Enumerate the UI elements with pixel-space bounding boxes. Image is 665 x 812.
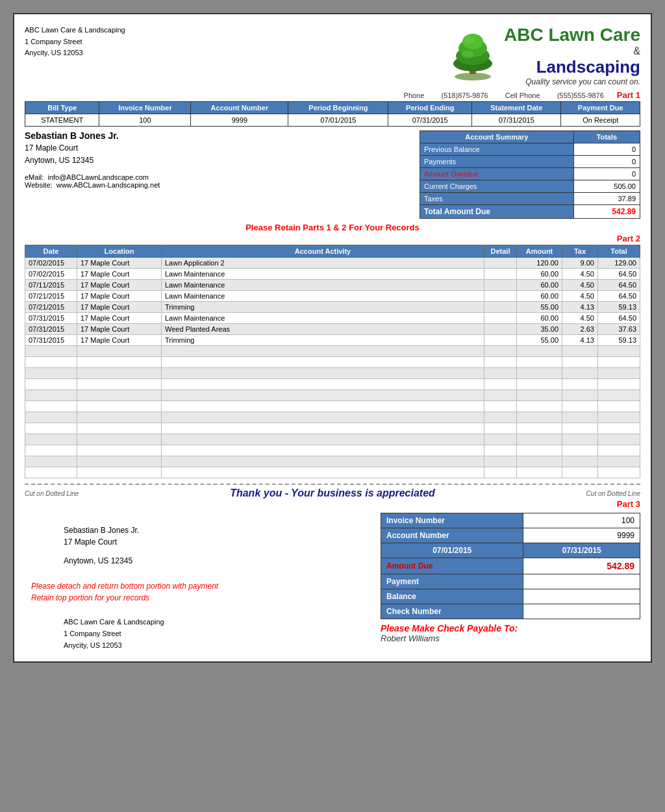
part3-address2: Anytown, US 12345 bbox=[64, 555, 368, 567]
bill-row: STATEMENT 100 9999 07/01/2015 07/31/2015… bbox=[25, 114, 640, 127]
detach-note-line2: Retain top portion for your records bbox=[31, 592, 368, 604]
act-activity-empty bbox=[162, 412, 484, 423]
act-tax-empty bbox=[562, 456, 598, 467]
summary-charges-row: Current Charges 505.00 bbox=[420, 180, 640, 193]
summary-title: Account Summary bbox=[420, 131, 574, 143]
summary-taxes-row: Taxes 37.89 bbox=[420, 193, 640, 205]
activity-row bbox=[25, 401, 640, 412]
col-amount: Amount bbox=[517, 245, 562, 258]
act-detail-empty bbox=[484, 401, 517, 412]
act-amount: 55.00 bbox=[517, 302, 562, 313]
logo-tagline: Quality service you can count on. bbox=[504, 77, 640, 86]
activity-row: 07/21/2015 17 Maple Court Trimming 55.00… bbox=[25, 302, 640, 313]
act-tax: 4.50 bbox=[562, 280, 598, 291]
part3-left: Sebastian B Jones Jr. 17 Maple Court Any… bbox=[25, 513, 368, 651]
act-date-empty bbox=[25, 467, 77, 478]
phone-bar: Phone (518)875-9876 Cell Phone (555)555-… bbox=[25, 90, 640, 100]
act-activity-empty bbox=[162, 357, 484, 368]
cut-label-left: Cut on Dotted Line bbox=[25, 490, 79, 497]
company-address: ABC Lawn Care & Landscaping 1 Company St… bbox=[25, 25, 447, 59]
act-date-empty bbox=[25, 346, 77, 357]
act-location-empty bbox=[77, 379, 162, 390]
act-activity: Lawn Maintenance bbox=[162, 269, 484, 280]
activity-row bbox=[25, 423, 640, 434]
summary-payments-row: Payments 0 bbox=[420, 156, 640, 168]
header-section: ABC Lawn Care & Landscaping 1 Company St… bbox=[25, 25, 640, 86]
act-activity-empty bbox=[162, 445, 484, 456]
act-activity: Weed Planted Areas bbox=[162, 324, 484, 335]
activity-row: 07/21/2015 17 Maple Court Lawn Maintenan… bbox=[25, 291, 640, 302]
taxes-value: 37.89 bbox=[573, 193, 640, 205]
payable-label: Please Make Check Payable To: bbox=[381, 623, 640, 634]
act-detail-empty bbox=[484, 445, 517, 456]
phone-number: (518)875-9876 bbox=[441, 92, 488, 99]
act-location-empty bbox=[77, 467, 162, 478]
payable-name: Robert Williams bbox=[381, 634, 640, 643]
bill-table: Bill Type Invoice Number Account Number … bbox=[25, 101, 640, 127]
act-detail-empty bbox=[484, 357, 517, 368]
act-date-empty bbox=[25, 368, 77, 379]
logo-text: ABC Lawn Care & Landscaping Quality serv… bbox=[504, 25, 640, 86]
activity-row bbox=[25, 390, 640, 401]
act-location-empty bbox=[77, 346, 162, 357]
act-amount-empty bbox=[517, 379, 562, 390]
taxes-label: Taxes bbox=[420, 193, 574, 205]
act-amount-empty bbox=[517, 357, 562, 368]
summary-total-row: Total Amount Due 542.89 bbox=[420, 205, 640, 219]
activity-row: 07/02/2015 17 Maple Court Lawn Maintenan… bbox=[25, 269, 640, 280]
act-date: 07/11/2015 bbox=[25, 280, 77, 291]
activity-row bbox=[25, 412, 640, 423]
act-location-empty bbox=[77, 368, 162, 379]
activity-row: 07/11/2015 17 Maple Court Lawn Maintenan… bbox=[25, 280, 640, 291]
payments-value: 0 bbox=[573, 156, 640, 168]
part3-date-end: 07/31/2015 bbox=[523, 543, 640, 558]
act-activity-empty bbox=[162, 456, 484, 467]
act-activity: Trimming bbox=[162, 302, 484, 313]
svg-point-6 bbox=[464, 36, 475, 44]
act-tax-empty bbox=[562, 357, 598, 368]
part3-payment-row: Payment bbox=[381, 574, 640, 589]
act-total-empty bbox=[598, 368, 640, 379]
act-activity: Lawn Application 2 bbox=[162, 258, 484, 269]
act-date-empty bbox=[25, 401, 77, 412]
act-detail-empty bbox=[484, 379, 517, 390]
part3-invoice-label: Invoice Number bbox=[381, 513, 523, 528]
act-location: 17 Maple Court bbox=[77, 324, 162, 335]
act-activity: Trimming bbox=[162, 335, 484, 346]
overdue-label: Amount Overdue bbox=[420, 168, 574, 180]
act-tax-empty bbox=[562, 390, 598, 401]
col-bill-type: Bill Type bbox=[25, 102, 99, 114]
col-activity: Account Activity bbox=[162, 245, 484, 258]
part3-check-label: Check Number bbox=[381, 604, 523, 619]
col-period-beginning: Period Beginning bbox=[288, 102, 388, 114]
act-total: 129.00 bbox=[598, 258, 640, 269]
act-location: 17 Maple Court bbox=[77, 313, 162, 324]
act-location: 17 Maple Court bbox=[77, 335, 162, 346]
act-date: 07/02/2015 bbox=[25, 258, 77, 269]
act-location-empty bbox=[77, 357, 162, 368]
invoice-number-value: 100 bbox=[99, 114, 191, 127]
part3-table: Invoice Number 100 Account Number 9999 0… bbox=[381, 513, 640, 619]
act-detail bbox=[484, 280, 517, 291]
act-detail-empty bbox=[484, 346, 517, 357]
summary-table: Account Summary Totals Previous Balance … bbox=[420, 130, 640, 219]
cut-section: Cut on Dotted Line Thank you - Your busi… bbox=[25, 484, 640, 499]
overdue-value: 0 bbox=[573, 168, 640, 180]
activity-table: Date Location Account Activity Detail Am… bbox=[25, 245, 640, 478]
act-amount: 60.00 bbox=[517, 291, 562, 302]
act-activity-empty bbox=[162, 467, 484, 478]
act-tax: 4.50 bbox=[562, 291, 598, 302]
activity-row: 07/31/2015 17 Maple Court Weed Planted A… bbox=[25, 324, 640, 335]
thank-you-text: Thank you - Your business is appreciated bbox=[79, 487, 586, 499]
act-location: 17 Maple Court bbox=[77, 302, 162, 313]
act-total: 64.50 bbox=[598, 291, 640, 302]
act-amount-empty bbox=[517, 401, 562, 412]
company-street: 1 Company Street bbox=[25, 36, 447, 48]
activity-row: 07/31/2015 17 Maple Court Lawn Maintenan… bbox=[25, 313, 640, 324]
act-amount-empty bbox=[517, 456, 562, 467]
total-due-value: 542.89 bbox=[573, 205, 640, 219]
act-date: 07/02/2015 bbox=[25, 269, 77, 280]
col-total: Total bbox=[598, 245, 640, 258]
account-number-value: 9999 bbox=[191, 114, 288, 127]
part3-section: Sebastian B Jones Jr. 17 Maple Court Any… bbox=[25, 513, 640, 651]
